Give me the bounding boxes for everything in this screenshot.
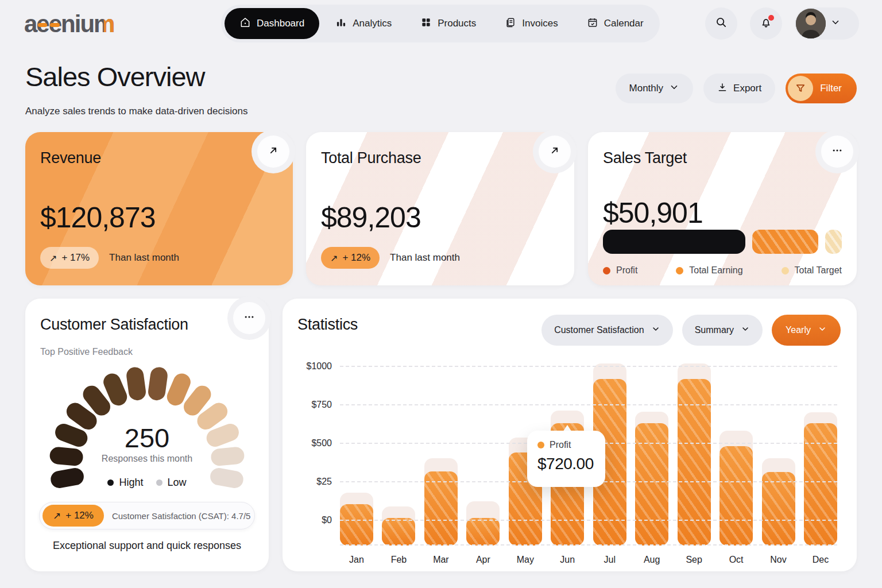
nav-item-calendar[interactable]: Calendar [574,8,656,39]
trend-up-icon: ↗ [53,510,61,522]
bar-column-dec[interactable]: Dec [804,361,837,546]
satisfaction-footer: Exceptional support and quick responses [25,540,269,552]
logo-letter: niu [61,10,94,37]
gridline: $0 [340,520,837,521]
x-axis-label: Aug [644,555,660,565]
bar-column-nov[interactable]: Nov [762,361,795,546]
ellipsis-icon [243,311,255,325]
statistics-title: Statistics [297,316,358,334]
bar-column-apr[interactable]: Apr [466,361,500,546]
satisfaction-menu-button[interactable] [233,302,265,334]
gridline [340,544,837,546]
sales-target-menu-button[interactable] [821,136,853,168]
y-axis-label: $0 [295,515,332,525]
filter-label: Filter [820,83,842,94]
statistics-card: Statistics Customer Satisfaction Summary… [283,299,857,571]
bar-column-aug[interactable]: Aug [635,361,668,546]
search-button[interactable] [705,7,737,40]
summary-select[interactable]: Summary [682,315,763,346]
statistics-filters: Customer Satisfaction Summary Yearly [541,315,841,346]
bar-column-feb[interactable]: Feb [382,361,415,546]
bar-column-mar[interactable]: Mar [424,361,458,546]
x-axis-label: Nov [770,555,786,565]
nav-item-dashboard[interactable]: Dashboard [225,8,319,39]
trend-up-icon: ↗ [49,253,57,264]
revenue-change-badge: ↗ + 17% [40,247,99,269]
tooltip-value: $720.00 [537,455,595,473]
sales-target-progress [603,230,842,254]
satisfaction-title: Customer Satisfaction [40,316,188,334]
total-purchase-card: Total Purchase $89,203 ↗ + 12% Than last… [306,132,574,285]
purchase-title: Total Purchase [321,149,421,167]
purchase-open-button[interactable] [539,136,571,168]
sales-target-card: Sales Target $50,901 ProfitTotal Earning… [588,132,857,285]
range-select[interactable]: Yearly [772,315,841,346]
metric-select[interactable]: Customer Satisfaction [541,315,673,346]
notifications-button[interactable] [750,7,782,40]
x-axis-label: Jul [604,555,615,565]
csat-change-badge: ↗ + 12% [42,505,104,527]
filter-button[interactable]: Filter [786,74,857,103]
revenue-open-button[interactable] [257,136,289,168]
bar-column-jan[interactable]: Jan [340,361,373,546]
csat-summary: ↗ + 12% Customer Satisfaction (CSAT): 4.… [39,502,255,529]
dashboard-screen: aeeniumm Dashboard Analytics Products In… [0,0,882,588]
purchase-change-badge: ↗ + 12% [321,247,380,269]
satisfaction-legend: Hight Low [25,477,269,489]
legend-dot [782,267,789,274]
x-axis-label: Sep [686,555,702,565]
arrow-up-right-icon [549,145,560,158]
funnel-icon [788,76,813,101]
gridline: $750 [340,404,837,405]
revenue-card: Revenue $120,873 ↗ + 17% Than last month [25,132,293,285]
nav-item-analytics[interactable]: Analytics [323,8,404,39]
profit-bar [804,423,837,546]
sales-target-value: $50,901 [603,196,703,230]
x-axis-label: Mar [433,555,449,565]
period-select[interactable]: Monthly [616,74,694,103]
ellipsis-icon [831,145,843,158]
progress-segment [603,230,745,254]
gridline: $1000 [340,366,837,367]
x-axis-label: May [517,555,534,565]
profit-bar [635,423,668,546]
x-axis-label: Apr [476,555,490,565]
export-button[interactable]: Export [703,74,775,103]
nav-label: Analytics [353,18,392,29]
progress-segment [752,230,819,254]
nav-item-invoices[interactable]: Invoices [492,8,570,39]
satisfaction-score-caption: Responses this month [25,454,269,464]
progress-segment [825,230,842,254]
logo-letter-m: mm [94,10,114,38]
x-axis-label: Dec [813,555,829,565]
nav-item-products[interactable]: Products [408,8,489,39]
arrow-up-right-icon [268,145,279,158]
home-icon [239,17,251,31]
gauge-segment [147,366,169,401]
chart-tooltip: Profit $720.00 [527,431,605,487]
bar-column-oct[interactable]: Oct [719,361,753,546]
legend-item: Total Target [782,265,842,276]
sales-target-title: Sales Target [603,149,687,167]
purchase-value: $89,203 [321,201,421,234]
x-axis-label: Feb [391,555,407,565]
search-icon [715,16,728,31]
legend-item: Profit [603,265,637,276]
chevron-down-icon [651,324,660,336]
grid-icon [420,17,432,31]
profit-bar [719,446,753,546]
nav-label: Invoices [522,18,558,29]
logo-letter-e: e [49,10,61,38]
hight-dot [107,479,114,486]
bar-column-sep[interactable]: Sep [678,361,711,546]
low-dot [156,479,163,486]
profit-bar [382,518,415,546]
user-menu[interactable] [795,7,859,40]
legend-item-hight: Hight [107,477,143,489]
invoice-icon [505,17,516,31]
brand-logo[interactable]: aeeniumm [24,10,114,38]
chevron-down-icon [830,17,841,30]
profit-bar [340,504,373,546]
y-axis-label: $1000 [295,361,332,372]
bar-chart-icon [335,17,347,31]
